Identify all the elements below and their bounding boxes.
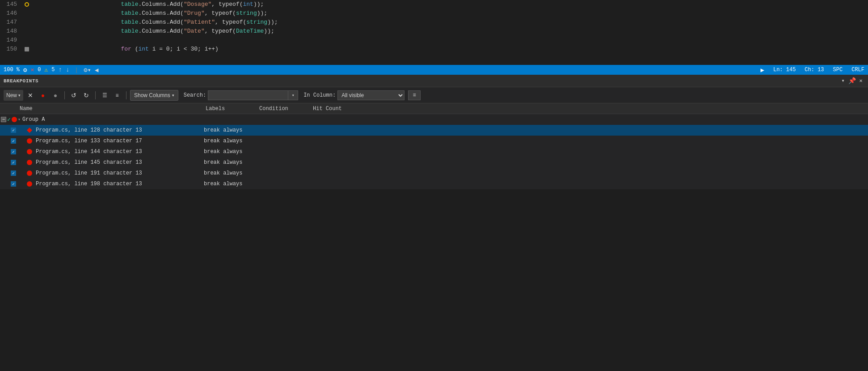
pin-panel-icon[interactable]: 📌	[848, 77, 855, 85]
show-columns-label: Show Columns	[134, 92, 170, 98]
breakpoint-current-indicator	[22, 2, 31, 7]
zoom-level: 100 %	[4, 67, 20, 73]
search-container: ▾	[208, 90, 298, 100]
bp-checkbox-6[interactable]	[11, 181, 16, 187]
new-button-label: New	[6, 92, 17, 98]
bp-condition-2: break always	[204, 138, 374, 144]
toolbar: New ▾ ✕ ● ● ↺ ↻ ☰ ≡ Show Columns ▾ Searc…	[0, 87, 868, 103]
bp-checkbox-2[interactable]	[11, 138, 16, 144]
reactivate-button[interactable]: ↺	[68, 90, 79, 101]
bp-checkbox-3[interactable]	[11, 149, 16, 154]
breakpoint-row-6[interactable]: Program.cs, line 198 character 13 break …	[0, 179, 868, 189]
group-check-icon: ✓	[7, 116, 11, 123]
bp-circle-icon-4	[27, 160, 32, 165]
search-input[interactable]	[208, 90, 288, 100]
bp-condition-6: break always	[204, 181, 374, 187]
line-number-149: 149	[0, 36, 22, 45]
line-number-145: 145	[0, 0, 22, 9]
code-line-148: 148 table.Columns.Add("Date", typeof(Dat…	[0, 27, 868, 36]
nav-left-arrow[interactable]: ◀	[95, 66, 98, 74]
breakpoint-row-1[interactable]: Program.cs, line 128 character 13 break …	[0, 125, 868, 136]
gear-icon: ⚙	[23, 66, 27, 74]
svg-rect-0	[25, 47, 29, 51]
bp-name-3: Program.cs, line 144 character 13	[34, 149, 204, 155]
bp-name-4: Program.cs, line 145 character 13	[34, 159, 204, 166]
warning-icon: ⚠	[44, 66, 48, 73]
bp-icon-area-2	[25, 138, 34, 144]
bp-circle-icon-6	[27, 181, 32, 187]
delete-button[interactable]: ✕	[25, 90, 36, 101]
show-columns-button[interactable]: Show Columns ▾	[130, 90, 178, 101]
nav-right-arrow: ▶	[761, 66, 764, 74]
bp-checkbox-4[interactable]	[11, 160, 16, 165]
panel-header-icons: ▾ 📌 ✕	[839, 77, 864, 85]
bp-condition-5: break always	[204, 170, 374, 176]
search-dropdown-icon[interactable]: ▾	[288, 90, 298, 100]
line-number-150: 150	[0, 45, 22, 54]
status-bar: 100 % ⚙ ✕ 0 ⚠ 5 ↑ ↓ | ⚙▾ ◀ ▶ Ln: 145 Ch:…	[0, 65, 868, 75]
panel-header: Breakpoints ▾ 📌 ✕	[0, 75, 868, 87]
bp-circle-icon-3	[27, 149, 32, 154]
nav-up-arrow[interactable]: ↑	[59, 66, 62, 73]
disable-button[interactable]: ●	[50, 90, 61, 101]
bp-circle-icon-2	[27, 138, 32, 144]
separator-2	[95, 91, 96, 99]
error-icon: ✕	[30, 66, 34, 73]
current-line-dot	[25, 2, 29, 7]
separator-1	[64, 91, 65, 99]
line-number-148: 148	[0, 27, 22, 36]
header-name-col: Name	[18, 106, 206, 112]
bp-checkbox-area-5	[0, 171, 18, 176]
ln-indicator: Ln: 145	[773, 67, 796, 73]
action-icon[interactable]: ⚙▾	[84, 66, 91, 74]
step-button[interactable]: ↻	[81, 90, 92, 101]
indent-button[interactable]: ☰	[99, 90, 110, 101]
table-header: Name Labels Condition Hit Count	[0, 103, 868, 114]
breakpoint-row-3[interactable]: Program.cs, line 144 character 13 break …	[0, 146, 868, 157]
in-column-label: In Column:	[303, 92, 336, 98]
enable-button[interactable]: ●	[38, 90, 48, 101]
breakpoint-row-2[interactable]: Program.cs, line 133 character 17 break …	[0, 136, 868, 146]
bp-checkbox-1[interactable]	[11, 128, 16, 133]
show-columns-dropdown-icon: ▾	[172, 93, 174, 98]
nav-down-arrow[interactable]: ↓	[66, 66, 69, 73]
bp-icon-area-1	[25, 128, 34, 133]
spc-indicator: SPC	[833, 67, 843, 73]
minimize-panel-icon[interactable]: ▾	[839, 77, 847, 85]
bp-icon-area-5	[25, 171, 34, 176]
close-panel-icon[interactable]: ✕	[857, 77, 864, 85]
new-button[interactable]: New ▾	[4, 90, 23, 101]
crlf-indicator: CRLF	[851, 67, 864, 73]
filter-button[interactable]: ≡	[408, 90, 421, 100]
new-dropdown-icon: ▾	[18, 93, 21, 98]
bp-name-2: Program.cs, line 133 character 17	[34, 138, 204, 144]
bp-checkbox-area-3	[0, 149, 18, 154]
bp-icon-area-4	[25, 160, 34, 165]
breakpoint-row-4[interactable]: Program.cs, line 145 character 13 break …	[0, 157, 868, 168]
ch-indicator: Ch: 13	[805, 67, 824, 73]
breakpoints-panel: Breakpoints ▾ 📌 ✕ New ▾ ✕ ● ● ↺ ↻ ☰ ≡ Sh…	[0, 75, 868, 189]
line-number-147: 147	[0, 18, 22, 27]
bp-name-6: Program.cs, line 198 character 13	[34, 181, 204, 187]
error-count: 0	[38, 67, 41, 73]
bp-checkbox-5[interactable]	[11, 171, 16, 176]
bp-checkbox-area-4	[0, 160, 18, 165]
group-checkbox[interactable]	[1, 117, 6, 122]
line-content-150: for (int i = 0; i < 30; i++)	[58, 36, 868, 63]
group-a-row[interactable]: ✓ ▾ Group A	[0, 114, 868, 125]
outdent-button[interactable]: ≡	[112, 90, 122, 101]
header-labels-col: Labels	[206, 106, 259, 112]
group-checkbox-area: ✓	[0, 116, 18, 123]
line-number-146: 146	[0, 9, 22, 18]
search-label: Search:	[184, 92, 206, 98]
bp-checkbox-area-1	[0, 128, 18, 133]
bp-checkbox-area-6	[0, 181, 18, 187]
status-left: 100 % ⚙ ✕ 0 ⚠ 5 ↑ ↓ | ⚙▾ ◀	[4, 66, 757, 74]
breakpoint-row-5[interactable]: Program.cs, line 191 character 13 break …	[0, 168, 868, 179]
header-hitcount-col: Hit Count	[313, 106, 367, 112]
bp-circle-icon-5	[27, 171, 32, 176]
status-right: ▶ Ln: 145 Ch: 13 SPC CRLF	[761, 66, 865, 74]
column-select[interactable]: All visible Name Labels Condition Hit Co…	[337, 90, 405, 100]
bp-checkbox-area-2	[0, 138, 18, 144]
bp-diamond-icon-1	[27, 128, 32, 133]
